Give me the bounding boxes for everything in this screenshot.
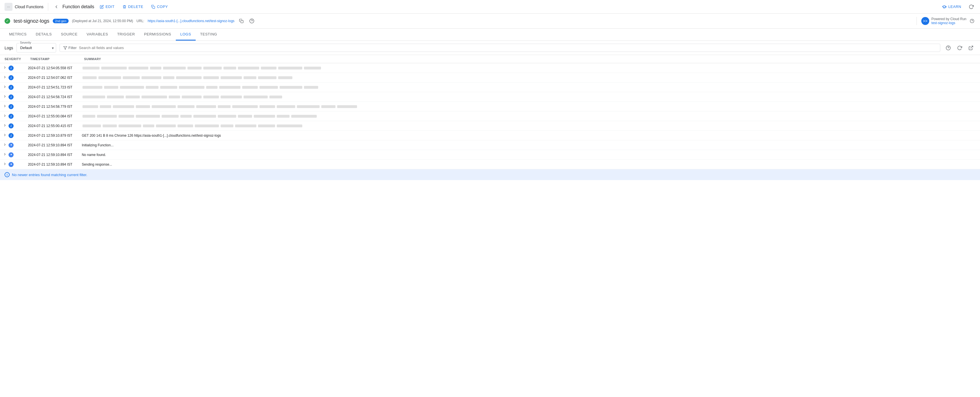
redacted-bar xyxy=(277,105,295,108)
severity-select[interactable]: DefaultDebugInfoNoticeWarningErrorCritic… xyxy=(16,43,56,52)
summary-cell xyxy=(80,111,980,121)
row-expand-button[interactable] xyxy=(2,113,7,119)
table-row[interactable]: i2024-07-21 12:54:58.724 IST xyxy=(0,92,980,102)
table-row[interactable]: i2024-07-21 12:55:00.415 IST xyxy=(0,121,980,131)
filter-icon: Filter xyxy=(63,46,76,50)
severity-cell: i xyxy=(0,111,25,121)
cloud-run-link[interactable]: test-signoz-logs xyxy=(932,21,966,25)
delete-button[interactable]: DELETE xyxy=(119,2,147,11)
no-entries-text: No newer entries found matching current … xyxy=(12,173,88,177)
severity-cell: i xyxy=(0,63,25,73)
redacted-bar xyxy=(218,105,231,108)
row-expand-button[interactable] xyxy=(2,75,7,81)
redacted-bar xyxy=(160,86,177,89)
table-row[interactable]: i2024-07-21 12:54:07.062 IST xyxy=(0,73,980,83)
function-name: test-signoz-logs xyxy=(14,18,49,24)
redacted-bar xyxy=(261,67,277,70)
row-expand-button[interactable] xyxy=(2,84,7,90)
status-icon: ✓ xyxy=(5,18,10,24)
timestamp-cell: 2024-07-21 12:59:10.894 IST xyxy=(25,150,80,160)
summary-cell xyxy=(80,73,980,83)
table-row[interactable]: ✦2024-07-21 12:59:10.894 ISTInitializing… xyxy=(0,140,980,150)
tab-testing[interactable]: TESTING xyxy=(196,29,222,41)
tab-variables[interactable]: VARIABLES xyxy=(82,29,113,41)
open-logs-button[interactable] xyxy=(966,43,975,52)
redacted-bar xyxy=(99,76,121,79)
redacted-bar xyxy=(156,124,176,127)
timestamp-cell: 2024-07-21 12:59:10.894 IST xyxy=(25,160,80,169)
row-expand-button[interactable] xyxy=(2,94,7,100)
redacted-bar xyxy=(143,124,154,127)
cloud-run-icon: >> xyxy=(921,17,929,25)
summary-cell: Initializing Function... xyxy=(80,140,980,150)
row-expand-button[interactable] xyxy=(2,161,7,167)
row-expand-button[interactable] xyxy=(2,152,7,158)
redacted-bar xyxy=(162,115,179,118)
redacted-bar xyxy=(278,67,302,70)
copy-url-button[interactable] xyxy=(238,17,245,24)
timestamp-cell: 2024-07-21 12:55:00.415 IST xyxy=(25,121,80,131)
row-expand-button[interactable] xyxy=(2,142,7,148)
tab-metrics[interactable]: METRICS xyxy=(5,29,31,41)
severity-select-wrap: Severity DefaultDebugInfoNoticeWarningEr… xyxy=(16,43,56,52)
refresh-logs-button[interactable] xyxy=(955,43,964,52)
table-row[interactable]: i2024-07-21 12:55:00.084 IST xyxy=(0,111,980,121)
copy-button[interactable]: COPY xyxy=(148,2,171,11)
tab-source[interactable]: SOURCE xyxy=(56,29,82,41)
nav-right-actions: LEARN xyxy=(939,2,975,11)
severity-cell: i xyxy=(0,121,25,131)
tab-details[interactable]: DETAILS xyxy=(31,29,56,41)
redacted-bar xyxy=(188,67,202,70)
redacted-bar xyxy=(203,95,219,98)
redacted-bar xyxy=(179,86,204,89)
refresh-nav-button[interactable] xyxy=(967,3,975,11)
tab-logs[interactable]: LOGS xyxy=(176,29,196,41)
redacted-bar xyxy=(126,95,140,98)
redacted-bar xyxy=(152,105,176,108)
redacted-bar xyxy=(259,105,275,108)
redacted-bar xyxy=(218,115,236,118)
search-input[interactable] xyxy=(79,46,937,50)
table-row[interactable]: i2024-07-21 12:54:58.779 IST xyxy=(0,102,980,111)
redacted-bar xyxy=(180,115,192,118)
redacted-bar xyxy=(221,124,233,127)
redacted-bar xyxy=(321,105,336,108)
back-button[interactable] xyxy=(53,3,60,11)
row-expand-button[interactable] xyxy=(2,103,7,110)
info-severity-icon: i xyxy=(8,65,14,71)
redacted-bar xyxy=(83,95,105,98)
redacted-bar xyxy=(142,95,167,98)
table-row[interactable]: i2024-07-21 12:54:05.558 IST xyxy=(0,63,980,73)
redacted-bar xyxy=(142,76,161,79)
help-icon-button[interactable] xyxy=(944,43,953,52)
redacted-bar xyxy=(238,115,252,118)
learn-button[interactable]: LEARN xyxy=(939,2,965,11)
tab-permissions[interactable]: PERMISSIONS xyxy=(140,29,176,41)
redacted-bar xyxy=(291,115,317,118)
row-expand-button[interactable] xyxy=(2,65,7,71)
redacted-bar xyxy=(119,115,134,118)
table-header-row: SEVERITY TIMESTAMP SUMMARY xyxy=(0,55,980,63)
redacted-bar xyxy=(254,115,275,118)
row-expand-button[interactable] xyxy=(2,132,7,138)
table-row[interactable]: i2024-07-21 12:59:10.879 ISTGET 200 141 … xyxy=(0,131,980,140)
redacted-bar xyxy=(219,86,240,89)
help-button[interactable] xyxy=(248,17,256,25)
deployed-text: (Deployed at Jul 21, 2024, 12:55:00 PM) xyxy=(72,19,133,23)
edit-button[interactable]: EDIT xyxy=(96,2,118,11)
url-label: URL: xyxy=(137,19,144,23)
cloud-run-help[interactable] xyxy=(969,17,975,24)
tab-trigger[interactable]: TRIGGER xyxy=(113,29,140,41)
url-link[interactable]: https://asia-south1-[...].cloudfunctions… xyxy=(148,19,234,23)
redacted-bar xyxy=(176,76,202,79)
toolbar-right xyxy=(944,43,975,52)
row-expand-button[interactable] xyxy=(2,123,7,129)
redacted-bar xyxy=(221,95,242,98)
table-row[interactable]: ✦2024-07-21 12:59:10.894 ISTNo name foun… xyxy=(0,150,980,160)
info-severity-icon: i xyxy=(8,85,14,90)
table-row[interactable]: i2024-07-21 12:54:51.723 IST xyxy=(0,83,980,92)
star-severity-icon: ✦ xyxy=(8,152,14,157)
table-row[interactable]: ✦2024-07-21 12:59:10.894 ISTSending resp… xyxy=(0,160,980,169)
redacted-bar xyxy=(136,115,160,118)
redacted-bar xyxy=(119,124,141,127)
